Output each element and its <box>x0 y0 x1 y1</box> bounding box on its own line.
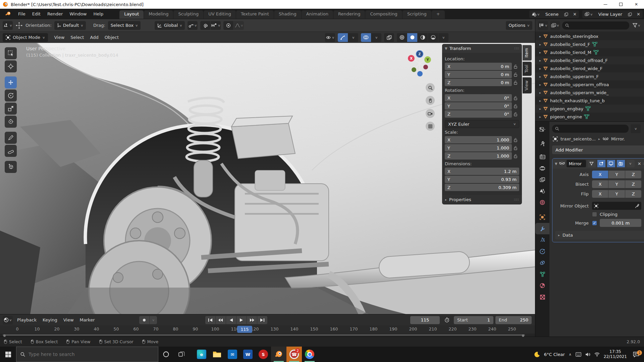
prev-keyframe-button[interactable] <box>216 316 226 324</box>
scale-value-field[interactable]: Z1.000 <box>445 152 512 160</box>
object-visibility-button[interactable]: ∨ <box>325 33 335 42</box>
scrollbar-thumb[interactable] <box>3 334 525 336</box>
transform-orientation-select[interactable]: Global∨ <box>155 21 185 30</box>
gizmo-settings-button[interactable]: ∨ <box>348 33 358 42</box>
orientation-select[interactable]: Default∨ <box>54 21 86 30</box>
tab-texture[interactable] <box>535 291 549 303</box>
outliner-row[interactable]: ▸ autobello_upperarm_wide_ <box>535 88 644 97</box>
location-value-field[interactable]: Z0 m <box>445 79 512 86</box>
next-keyframe-button[interactable] <box>247 316 257 324</box>
dimension-value-field[interactable]: X1.2 m <box>445 168 519 175</box>
menu-item[interactable]: Window <box>66 9 90 19</box>
expand-icon[interactable]: ▸ <box>539 59 541 62</box>
preview-range-button[interactable] <box>442 316 452 324</box>
auto-keying-button[interactable] <box>139 316 149 324</box>
blender-menu-logo-icon[interactable] <box>1 9 15 19</box>
touch-keyboard-icon[interactable] <box>576 352 581 357</box>
maximize-button[interactable] <box>613 0 629 9</box>
xray-toggle-button[interactable] <box>384 33 394 42</box>
scene-name[interactable]: Scene <box>542 12 562 17</box>
edge-icon[interactable]: e <box>194 347 209 362</box>
workspace-tab[interactable]: Shading <box>274 10 301 19</box>
clipping-checkbox[interactable] <box>592 212 597 217</box>
snap-toggle-button[interactable] <box>200 21 210 30</box>
expand-icon[interactable]: ▸ <box>539 91 541 95</box>
proportional-falloff-button[interactable]: ∨ <box>234 21 244 30</box>
drag-select[interactable]: Select Box∨ <box>108 21 141 30</box>
scene-new-icon[interactable] <box>562 10 571 18</box>
breadcrumb-object-name[interactable]: traxr_seicento... <box>560 136 596 141</box>
flip-axis-y[interactable]: Y <box>608 190 625 198</box>
modifier-edit-mode-toggle[interactable] <box>597 160 605 167</box>
tool-measure[interactable] <box>5 145 17 157</box>
tab-particles[interactable] <box>535 234 549 246</box>
eyedropper-icon[interactable] <box>635 204 639 208</box>
workspace-tab[interactable]: + <box>432 10 445 19</box>
tool-move[interactable] <box>5 76 17 88</box>
scrollbar-knob-right[interactable] <box>522 335 524 337</box>
weather-text[interactable]: 6°C Clear <box>544 352 565 357</box>
tool-rotate[interactable] <box>5 89 17 102</box>
merge-checkbox[interactable]: ✓ <box>592 221 597 226</box>
modifier-drag-handle[interactable]: ∷∷ <box>643 162 644 166</box>
outliner-row[interactable]: ▸ autobello_upperarm_F <box>535 72 644 80</box>
bisect-axis-x[interactable]: X <box>592 180 608 188</box>
scene-unlink-icon[interactable]: ✕ <box>571 10 579 18</box>
expand-icon[interactable]: ▸ <box>539 115 541 119</box>
view-layer-selector[interactable]: ∨ View Layer ✕ <box>582 10 643 18</box>
timeline-menu-item[interactable]: View∨ <box>60 317 77 322</box>
taskbar-search[interactable] <box>16 347 158 362</box>
viewport-3d[interactable]: User Perspective (115) Collection | trax… <box>0 43 535 314</box>
shading-rendered-button[interactable] <box>428 33 438 42</box>
action-center-button[interactable]: 1 <box>631 352 641 357</box>
dimension-value-field[interactable]: Y0.93 m <box>445 176 519 183</box>
zoom-view-button[interactable] <box>426 83 435 92</box>
viewport-menu-item[interactable]: Add <box>87 35 101 40</box>
close-button[interactable]: ✕ <box>629 0 644 9</box>
play-reverse-button[interactable] <box>226 316 236 324</box>
scene-selector[interactable]: ∨ Scene ✕ <box>529 10 579 18</box>
timeline-menu-item[interactable]: Marker∨ <box>77 317 98 322</box>
flip-axis-z[interactable]: Z <box>625 190 641 198</box>
search-input[interactable] <box>29 352 154 357</box>
show-overlays-button[interactable] <box>361 33 371 42</box>
tool-select-box[interactable] <box>5 47 17 59</box>
panel-grip-icon[interactable]: ∷∷ <box>514 198 519 201</box>
options-button[interactable]: Options∨ <box>506 21 532 30</box>
menu-item[interactable]: File <box>15 9 29 19</box>
bisect-axis-z[interactable]: Z <box>625 180 641 188</box>
pan-view-button[interactable] <box>426 96 435 105</box>
rotation-value-field[interactable]: Z0° <box>445 110 512 118</box>
view-layer-remove-icon[interactable]: ✕ <box>634 10 643 18</box>
perspective-ortho-button[interactable] <box>426 122 435 131</box>
timeline-editor-type-button[interactable]: ∨ <box>3 316 13 324</box>
tool-annotate[interactable] <box>5 132 17 144</box>
outliner-row[interactable]: ▸ autobello_tierod_F <box>535 40 644 48</box>
modifier-on-cage-toggle[interactable] <box>588 160 596 167</box>
modifier-delete-button[interactable]: ✕ <box>638 161 641 166</box>
workspace-tab[interactable]: Sculpting <box>173 10 203 19</box>
task-view-button[interactable] <box>174 347 189 362</box>
gizmo-z-neg[interactable] <box>417 71 423 76</box>
scene-browse-icon[interactable]: ∨ <box>529 10 542 18</box>
workspace-tab[interactable]: Rendering <box>333 10 365 19</box>
dimension-value-field[interactable]: Z0.309 m <box>445 184 519 191</box>
mirror-axis-z[interactable]: Z <box>625 171 641 178</box>
timeline-menu-item[interactable]: Keying∨ <box>40 317 60 322</box>
breadcrumb-modifier-name[interactable]: Mirror. <box>611 136 625 141</box>
modifier-realtime-toggle[interactable] <box>607 160 615 167</box>
outliner-row[interactable]: ▸ pigeon_engbay <box>535 105 644 113</box>
end-frame-field[interactable]: End250 <box>495 316 532 324</box>
merge-threshold-field[interactable]: 0.001 m <box>600 219 641 227</box>
tab-render[interactable] <box>535 151 549 163</box>
workspace-tab[interactable]: Compositing <box>365 10 402 19</box>
outliner-row[interactable]: ▸ autobello_upperarm_offroa <box>535 80 644 88</box>
expand-icon[interactable]: ▸ <box>539 43 541 46</box>
jump-to-start-button[interactable] <box>205 316 215 324</box>
expand-icon[interactable]: ▸ <box>539 99 541 103</box>
expand-icon[interactable]: ▸ <box>539 51 541 54</box>
expand-icon[interactable]: ▸ <box>539 83 541 86</box>
word-icon[interactable]: W <box>240 347 256 362</box>
lock-icon[interactable] <box>512 64 519 69</box>
modifier-name-field[interactable]: Mirror <box>567 160 586 167</box>
